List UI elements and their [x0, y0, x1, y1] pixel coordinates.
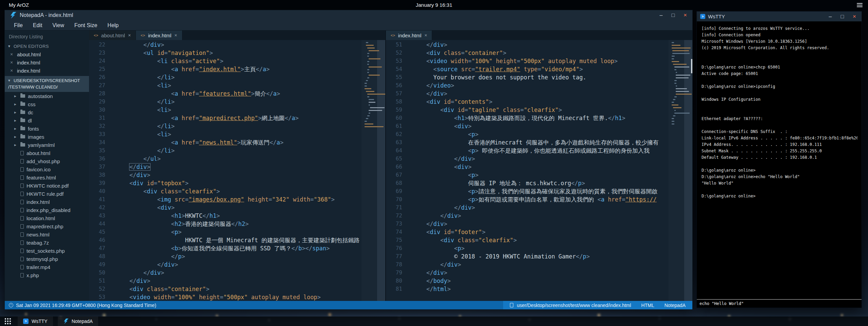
code-line[interactable]: <li>: [116, 106, 361, 114]
tree-file[interactable]: add_vhost.php: [5, 157, 89, 165]
code-line[interactable]: © 2018 - 2019 HKWTC Animation Gamer</p>: [412, 252, 669, 261]
open-editor-item[interactable]: ×index.html: [5, 66, 89, 75]
code-line[interactable]: <div>: [412, 163, 669, 171]
terminal-output[interactable]: [info] Connecting to arozos WsTTY servic…: [697, 21, 862, 299]
code-line[interactable]: <p>: [412, 130, 669, 138]
code-line[interactable]: <div>: [412, 122, 669, 130]
terminal-input[interactable]: echo "Hello World": [697, 299, 862, 308]
workspace-folder-header[interactable]: USER/DESKTOP/SCREENSHOT /TEST/WWW CLEANE…: [5, 76, 89, 92]
tab-about.html[interactable]: about.html×: [89, 31, 136, 40]
code-line[interactable]: </div>: [116, 41, 361, 49]
code-line[interactable]: </p>: [116, 252, 361, 261]
tree-file[interactable]: features.html: [5, 173, 89, 181]
code-line[interactable]: </li>: [116, 122, 361, 130]
code-line[interactable]: </div>: [412, 212, 669, 220]
code-line[interactable]: <video width="100%" height="500px" autop…: [412, 57, 669, 65]
code-line[interactable]: </li>: [116, 147, 361, 155]
code-line[interactable]: </div>: [412, 261, 669, 269]
tree-file[interactable]: HKWTC rule.pdf: [5, 190, 89, 198]
code-line[interactable]: <a href="index.html">主頁</a>: [116, 65, 361, 73]
code-line[interactable]: <a href="features.html">簡介</a>: [116, 90, 361, 98]
tree-file[interactable]: HKWTC notice.pdf: [5, 181, 89, 190]
tree-folder[interactable]: dc: [5, 108, 89, 116]
code-line[interactable]: <li>: [116, 81, 361, 90]
close-icon[interactable]: ×: [684, 13, 687, 18]
tree-folder[interactable]: dl: [5, 116, 89, 124]
tree-file[interactable]: x.php: [5, 271, 89, 279]
code-line[interactable]: </ul>: [116, 155, 361, 163]
code-line[interactable]: </div>: [116, 277, 361, 285]
close-tab-icon[interactable]: ×: [424, 33, 427, 38]
menu-file[interactable]: File: [9, 20, 28, 31]
wstty-titlebar[interactable]: WsTTY – □ ×: [697, 12, 862, 21]
system-menu-label[interactable]: My ArOZ: [0, 2, 29, 8]
code-line[interactable]: <img src="images/box.png" height="342" w…: [116, 195, 361, 204]
tree-folder[interactable]: fonts: [5, 124, 89, 133]
code-line[interactable]: <a href="news.html">玩家傳送門</a>: [116, 138, 361, 147]
start-menu-icon[interactable]: [5, 318, 11, 324]
code-line[interactable]: <p>: [412, 171, 669, 179]
code-line[interactable]: <h2>香港的建築伺服器</h2>: [116, 220, 361, 228]
code-line[interactable]: <li>: [116, 130, 361, 138]
close-file-icon[interactable]: ×: [10, 60, 14, 65]
code-line[interactable]: <div id="tagline" class="clearfix">: [412, 106, 669, 114]
tree-file[interactable]: index.php_disabled: [5, 206, 89, 214]
code-line[interactable]: Your browser does not support the video …: [412, 73, 669, 81]
tree-folder[interactable]: css: [5, 100, 89, 108]
code-line[interactable]: <div id="footer">: [412, 228, 669, 236]
code-line[interactable]: <p>: [116, 228, 361, 236]
code-line[interactable]: </li>: [116, 98, 361, 106]
minimize-icon[interactable]: –: [659, 13, 662, 18]
code-line[interactable]: <h1>HKWTC</h1>: [116, 212, 361, 220]
status-file-path[interactable]: user/Desktop/screenshot/test/www cleaned…: [517, 303, 631, 308]
tree-file[interactable]: mapredirect.php: [5, 222, 89, 230]
tree-file[interactable]: index.html: [5, 198, 89, 206]
tree-file[interactable]: testmysql.php: [5, 255, 89, 263]
code-content[interactable]: </div> <div class="container"> <video wi…: [408, 40, 669, 301]
scrollbar-thumb[interactable]: [691, 59, 692, 73]
code-line[interactable]: </li>: [116, 73, 361, 81]
maximize-icon[interactable]: □: [840, 14, 844, 19]
status-language[interactable]: HTML: [641, 303, 654, 308]
tree-file[interactable]: location.html: [5, 214, 89, 222]
code-line[interactable]: </div>: [116, 269, 361, 277]
code-line[interactable]: </body>: [412, 277, 669, 285]
code-line[interactable]: <ul id="navigation">: [116, 49, 361, 57]
code-line[interactable]: <div id="contents">: [412, 98, 669, 106]
code-line[interactable]: <div class="clearfix">: [116, 187, 361, 195]
code-line[interactable]: <p>: [412, 244, 669, 252]
code-line[interactable]: </div>: [116, 171, 361, 179]
code-line[interactable]: HKWTC 是一個 Minecraft 的建築伺服器，主要建築計劃包括鐵路: [116, 236, 361, 244]
code-content[interactable]: </div> <ul id="navigation"> <li class="a…: [111, 40, 361, 301]
code-line[interactable]: <li class="active">: [116, 57, 361, 65]
code-line[interactable]: <div class="clearfix">: [412, 236, 669, 244]
code-editor[interactable]: 2223242526272829303132333435363738394041…: [89, 40, 385, 301]
close-tab-icon[interactable]: ×: [174, 33, 177, 38]
code-line[interactable]: <div class="container">: [412, 49, 669, 57]
code-line[interactable]: 在香港的Minecraft 伺服器中，多為小遊戲和純生存的伺服器，較少擁有: [412, 138, 669, 147]
open-editors-header[interactable]: OPEN EDITORS: [5, 42, 89, 50]
code-line[interactable]: <div id="topbox">: [116, 179, 361, 187]
code-line[interactable]: <p> 即使你不是建築師，你也能透過紅石師或鐵路工程師的身份加入我: [412, 147, 669, 155]
menu-view[interactable]: View: [47, 20, 69, 31]
minimize-icon[interactable]: –: [829, 14, 832, 19]
code-line[interactable]: </div>: [116, 163, 361, 171]
code-line[interactable]: 伺服器 IP 地址為： mcs.hkwtc.org</p>: [412, 179, 669, 187]
code-line[interactable]: <div class="container">: [116, 285, 361, 293]
notepada-titlebar[interactable]: NotepadA - index.html – □ ×: [5, 10, 692, 20]
status-app-name[interactable]: NotepadA: [665, 303, 686, 308]
tree-file[interactable]: news.html: [5, 230, 89, 238]
tree-file[interactable]: favicon.ico: [5, 165, 89, 173]
hamburger-menu-icon[interactable]: [857, 2, 863, 8]
taskbar-item-notepada[interactable]: NotepadA: [58, 317, 98, 326]
code-line[interactable]: </div>: [116, 261, 361, 269]
minimap-slider[interactable]: [684, 40, 692, 301]
open-editor-item[interactable]: ×index.html: [5, 58, 89, 66]
code-line[interactable]: <h1>特別為建築及鐵路而設，現代化的 Minecraft 世界.</h1>: [412, 114, 669, 122]
maximize-icon[interactable]: □: [671, 13, 675, 18]
code-line[interactable]: </div>: [412, 269, 669, 277]
menu-edit[interactable]: Edit: [28, 20, 48, 31]
code-line[interactable]: <video width="100%" height="500px" autop…: [116, 293, 361, 301]
code-editor[interactable]: 5152535455565758596061626364656667686970…: [386, 40, 692, 301]
code-line[interactable]: </div>: [412, 155, 669, 163]
